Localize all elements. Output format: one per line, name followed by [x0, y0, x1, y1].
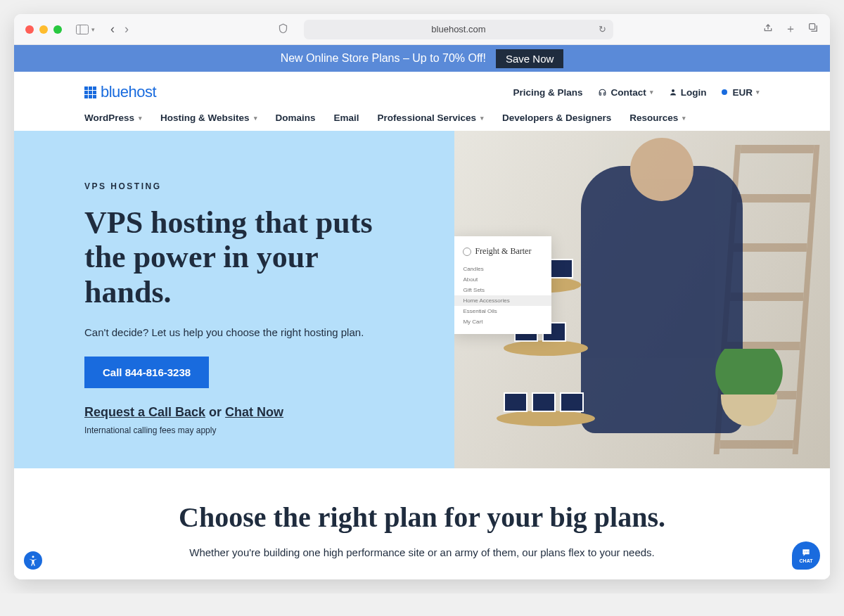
chevron-down-icon: ▾ — [91, 26, 95, 33]
request-callback-link[interactable]: Request a Call Back — [84, 405, 205, 419]
hero-fineprint: International calling fees may apply — [84, 425, 426, 435]
website-preview-card: Freight & Barter Candles About Gift Sets… — [454, 236, 551, 334]
nav-wordpress[interactable]: WordPress▾ — [84, 113, 142, 123]
svg-rect-0 — [77, 25, 89, 34]
hero-section: VPS HOSTING VPS hosting that puts the po… — [14, 131, 830, 468]
minimize-window-button[interactable] — [39, 25, 48, 34]
svg-point-4 — [32, 556, 34, 558]
share-icon[interactable] — [762, 22, 774, 37]
back-button[interactable]: ‹ — [110, 22, 115, 37]
chevron-down-icon: ▾ — [139, 115, 142, 122]
svg-point-6 — [806, 551, 807, 552]
chevron-down-icon: ▾ — [254, 115, 257, 122]
nav-domains[interactable]: Domains — [276, 113, 316, 123]
plans-title: Choose the right plan for your big plans… — [56, 501, 788, 534]
chat-now-link[interactable]: Chat Now — [225, 405, 283, 419]
site-header: bluehost Pricing & Plans Contact ▾ Login — [14, 72, 830, 131]
promo-banner: New Online Store Plans – Up to 70% Off! … — [14, 45, 830, 72]
svg-rect-2 — [810, 24, 815, 30]
nav-hosting[interactable]: Hosting & Websites▾ — [160, 113, 257, 123]
currency-selector[interactable]: EUR ▾ — [722, 87, 760, 98]
tabs-overview-icon[interactable] — [807, 22, 819, 37]
currency-dot-icon — [722, 89, 727, 95]
logo-icon — [84, 86, 96, 98]
address-bar[interactable]: bluehost.com ↻ — [304, 20, 613, 39]
plans-subtitle: Whether you're building one high perform… — [56, 546, 788, 558]
main-nav: WordPress▾ Hosting & Websites▾ Domains E… — [84, 105, 760, 131]
chat-label: CHAT — [800, 558, 813, 563]
chevron-down-icon: ▾ — [650, 89, 653, 96]
nav-resources[interactable]: Resources▾ — [629, 113, 686, 123]
preview-brand: Freight & Barter — [463, 246, 542, 257]
preview-menu-item: Gift Sets — [463, 285, 542, 295]
preview-menu-item: Home Accessories — [454, 295, 551, 306]
close-window-button[interactable] — [25, 25, 34, 34]
hero-image: Freight & Barter Candles About Gift Sets… — [454, 131, 830, 468]
preview-menu-item: Candles — [463, 264, 542, 274]
nav-email[interactable]: Email — [334, 113, 359, 123]
chat-icon — [800, 548, 812, 558]
brand-logo-icon — [463, 248, 471, 256]
accessibility-icon — [27, 554, 39, 567]
nav-developers[interactable]: Developers & Designers — [502, 113, 611, 123]
refresh-icon[interactable]: ↻ — [599, 24, 606, 34]
promo-save-button[interactable]: Save Now — [496, 49, 563, 68]
call-button[interactable]: Call 844-816-3238 — [84, 357, 209, 388]
accessibility-button[interactable] — [24, 551, 42, 570]
svg-point-7 — [807, 551, 808, 552]
headset-icon — [598, 88, 607, 97]
chevron-down-icon: ▾ — [756, 89, 760, 96]
preview-menu-item: My Cart — [463, 316, 542, 327]
login-link[interactable]: Login — [669, 87, 707, 98]
preview-menu-item: Essential Oils — [463, 306, 542, 316]
utility-nav: Pricing & Plans Contact ▾ Login EUR — [513, 87, 760, 98]
url-text: bluehost.com — [431, 24, 485, 34]
browser-toolbar: ▾ ‹ › bluehost.com ↻ ＋ — [14, 14, 830, 45]
hero-eyebrow: VPS HOSTING — [84, 181, 426, 191]
logo-text: bluehost — [101, 83, 156, 101]
plans-section: Choose the right plan for your big plans… — [14, 468, 830, 579]
hero-title: VPS hosting that puts the power in your … — [84, 205, 408, 309]
svg-point-3 — [672, 89, 674, 92]
chevron-down-icon: ▾ — [682, 115, 686, 122]
hero-secondary-cta: Request a Call Back or Chat Now — [84, 405, 426, 420]
nav-professional-services[interactable]: Professional Services▾ — [378, 113, 484, 123]
chevron-down-icon: ▾ — [480, 115, 484, 122]
maximize-window-button[interactable] — [53, 25, 62, 34]
new-tab-icon[interactable]: ＋ — [785, 22, 796, 37]
hero-subtitle: Can't decide? Let us help you choose the… — [84, 326, 426, 338]
svg-point-5 — [805, 551, 805, 552]
contact-link[interactable]: Contact ▾ — [598, 87, 653, 98]
user-icon — [669, 88, 677, 96]
forward-button[interactable]: › — [124, 22, 129, 37]
privacy-shield-icon[interactable] — [278, 23, 288, 36]
promo-text: New Online Store Plans – Up to 70% Off! — [281, 52, 486, 65]
logo[interactable]: bluehost — [84, 83, 156, 101]
chat-widget-button[interactable]: CHAT — [792, 541, 820, 570]
window-controls — [25, 25, 62, 34]
preview-menu-item: About — [463, 274, 542, 285]
sidebar-toggle-button[interactable]: ▾ — [76, 25, 95, 34]
pricing-plans-link[interactable]: Pricing & Plans — [513, 87, 582, 98]
